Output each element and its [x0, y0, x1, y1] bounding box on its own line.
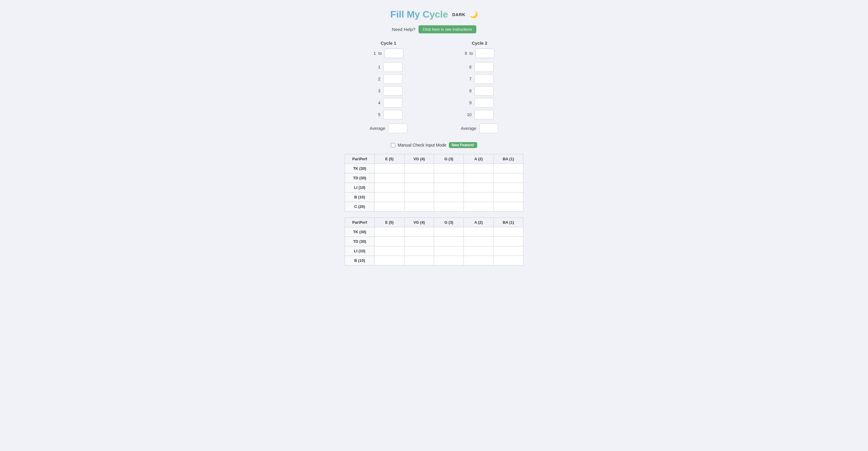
table1-header-ba1: BA (1): [494, 154, 523, 164]
cell-c-g[interactable]: [434, 202, 464, 211]
cycle2-input-6[interactable]: [474, 62, 494, 72]
row-number-4: 4: [374, 100, 380, 105]
table-row: TD (30): [345, 173, 523, 183]
cycle1-number-rows: 1 2 3 4 5: [374, 62, 402, 119]
cell2-li-ba[interactable]: [494, 246, 523, 256]
moon-icon[interactable]: 🌙: [470, 11, 478, 19]
cycle1-range-end-input[interactable]: [384, 49, 403, 58]
table2-header-ba1: BA (1): [494, 218, 523, 227]
cycle1-input-4[interactable]: [383, 98, 402, 108]
cell-td-ba[interactable]: [494, 173, 523, 183]
cell2-b-g[interactable]: [434, 256, 464, 265]
new-feature-badge: New Feature!: [449, 142, 477, 148]
cell2-b-e[interactable]: [374, 256, 404, 265]
cell2-tk-a[interactable]: [464, 227, 494, 237]
table1-header-g3: G (3): [434, 154, 464, 164]
cycle1-range-row: 1 to: [374, 49, 403, 58]
cycle2-row-9: 9: [466, 98, 494, 108]
cell-b-vg[interactable]: [404, 192, 434, 202]
cell-tk-e[interactable]: [374, 164, 404, 173]
cycle1-row-4: 4: [374, 98, 402, 108]
cell2-li-g[interactable]: [434, 246, 464, 256]
table1-header-par-perf: Par\Perf: [345, 154, 375, 164]
cell-li-e[interactable]: [374, 183, 404, 192]
cycles-container: Cycle 1 1 to 1 2 3: [276, 40, 592, 133]
cell2-tk-vg[interactable]: [404, 227, 434, 237]
cell2-td-vg[interactable]: [404, 237, 434, 246]
cycle2-number-rows: 6 7 8 9 10: [466, 62, 494, 119]
cell-b-ba[interactable]: [494, 192, 523, 202]
cell-tk-vg[interactable]: [404, 164, 434, 173]
cycle2-range-end-input[interactable]: [475, 49, 494, 58]
cell-tk-ba[interactable]: [494, 164, 523, 173]
table2-header-row: Par\Perf E (5) VG (4) G (3) A (2) BA (1): [345, 218, 523, 227]
cell-c-e[interactable]: [374, 202, 404, 211]
row-label-b10: B (10): [345, 192, 375, 202]
cell2-td-e[interactable]: [374, 237, 404, 246]
cell-li-g[interactable]: [434, 183, 464, 192]
cell-b-a[interactable]: [464, 192, 494, 202]
cycle1-row-3: 3: [374, 86, 402, 96]
cell-b-g[interactable]: [434, 192, 464, 202]
cell-b-e[interactable]: [374, 192, 404, 202]
row-number-7: 7: [466, 77, 471, 81]
cycle1-input-3[interactable]: [383, 86, 402, 96]
cycle1-input-1[interactable]: [383, 62, 402, 72]
cycle1-average-input[interactable]: [388, 124, 407, 133]
cell-tk-g[interactable]: [434, 164, 464, 173]
cell2-b-a[interactable]: [464, 256, 494, 265]
cell2-li-e[interactable]: [374, 246, 404, 256]
perf-table-2: Par\Perf E (5) VG (4) G (3) A (2) BA (1)…: [345, 217, 523, 265]
cell2-tk-ba[interactable]: [494, 227, 523, 237]
cycle2-average-label: Average: [461, 126, 476, 131]
cell-c-ba[interactable]: [494, 202, 523, 211]
row-number-5: 5: [374, 112, 380, 117]
cell-td-g[interactable]: [434, 173, 464, 183]
cell2-td-ba[interactable]: [494, 237, 523, 246]
cell-li-vg[interactable]: [404, 183, 434, 192]
cell2-b-vg[interactable]: [404, 256, 434, 265]
cycle2-input-9[interactable]: [474, 98, 494, 108]
table-row: C (20): [345, 202, 523, 211]
cell2-li-vg[interactable]: [404, 246, 434, 256]
cycle1-section: Cycle 1 1 to 1 2 3: [370, 40, 407, 133]
cycle2-row-6: 6: [466, 62, 494, 72]
cell2-td-a[interactable]: [464, 237, 494, 246]
cell2-li-a[interactable]: [464, 246, 494, 256]
cell-li-a[interactable]: [464, 183, 494, 192]
row-number-10: 10: [466, 112, 471, 117]
table2-header-a2: A (2): [464, 218, 494, 227]
cell2-tk-g[interactable]: [434, 227, 464, 237]
instructions-button[interactable]: Click here to see instructions: [418, 25, 476, 33]
cell-td-vg[interactable]: [404, 173, 434, 183]
cycle1-input-5[interactable]: [383, 110, 402, 119]
manual-check-label: Manual Check Input Mode: [398, 143, 446, 147]
cell-c-a[interactable]: [464, 202, 494, 211]
cycle1-to-label: to: [378, 51, 382, 56]
cell2-td-g[interactable]: [434, 237, 464, 246]
cycle2-average-row: Average: [461, 124, 498, 133]
perf-table-1: Par\Perf E (5) VG (4) G (3) A (2) BA (1)…: [345, 154, 523, 211]
manual-check-checkbox[interactable]: [391, 143, 395, 147]
cell2-b-ba[interactable]: [494, 256, 523, 265]
cycle2-average-input[interactable]: [479, 124, 498, 133]
cell-td-a[interactable]: [464, 173, 494, 183]
cycle1-row-1: 1: [374, 62, 402, 72]
cell-c-vg[interactable]: [404, 202, 434, 211]
table2-header-par-perf: Par\Perf: [345, 218, 375, 227]
cycle2-input-8[interactable]: [474, 86, 494, 96]
dark-mode-label: DARK: [452, 12, 465, 17]
cycle2-section: Cycle 2 6 to 6 7 8: [461, 40, 498, 133]
cell2-tk-e[interactable]: [374, 227, 404, 237]
cell-td-e[interactable]: [374, 173, 404, 183]
cycle2-input-10[interactable]: [474, 110, 494, 119]
cell-li-ba[interactable]: [494, 183, 523, 192]
row-number-6: 6: [466, 65, 471, 69]
cell-tk-a[interactable]: [464, 164, 494, 173]
table-row: LI (10): [345, 246, 523, 256]
cycle2-input-7[interactable]: [474, 74, 494, 84]
cycle1-input-2[interactable]: [383, 74, 402, 84]
cycle1-range-start: 1: [374, 51, 376, 56]
row-label-c20: C (20): [345, 202, 375, 211]
table1-header-a2: A (2): [464, 154, 494, 164]
